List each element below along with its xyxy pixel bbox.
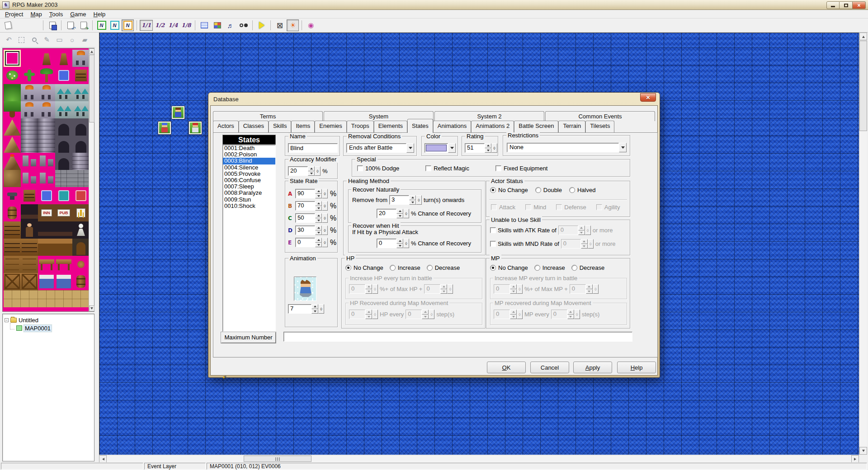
map-event-hero[interactable] [172, 106, 184, 119]
palette-scroll-thumb[interactable] [89, 55, 94, 122]
tab[interactable]: System 2 [434, 111, 544, 121]
palette-tile[interactable] [21, 153, 38, 170]
palette-tile[interactable] [72, 221, 90, 239]
palette-tile[interactable] [55, 273, 72, 290]
palette-tile[interactable] [4, 221, 21, 239]
menu-item[interactable]: Project [1, 10, 27, 18]
palette-tile[interactable] [38, 84, 55, 101]
palette-tile[interactable] [21, 136, 38, 153]
zoom-level-button[interactable]: 1/8 [180, 20, 192, 31]
palette-tile[interactable] [38, 67, 55, 84]
tab[interactable]: Troops [347, 121, 374, 132]
palette-tile[interactable] [21, 84, 38, 101]
close-button[interactable]: × [853, 1, 866, 9]
rate-spinner[interactable]: 90 [295, 189, 328, 198]
palette-tile[interactable] [72, 118, 90, 136]
palette-tile[interactable] [55, 50, 72, 67]
palette-tile[interactable] [72, 153, 90, 170]
state-list-item[interactable]: 0005:Provoke [223, 171, 275, 177]
state-list-item[interactable]: 0010:Shock [223, 203, 275, 209]
palette-tile[interactable] [72, 239, 90, 256]
rate-spinner[interactable]: 70 [295, 201, 328, 211]
redo-icon[interactable] [77, 19, 90, 31]
palette-tile[interactable] [72, 187, 90, 204]
palette-tile[interactable] [72, 256, 90, 273]
palette-tile[interactable] [72, 136, 90, 153]
color-select[interactable] [425, 143, 456, 153]
palette-tile[interactable] [55, 170, 72, 187]
palette-tile[interactable] [4, 67, 21, 84]
palette-tile[interactable] [21, 67, 38, 84]
palette-tile[interactable] [38, 221, 55, 239]
palette-tile[interactable] [4, 101, 21, 118]
actor-status-radio[interactable]: No Change [490, 187, 528, 193]
menu-item[interactable]: Game [66, 10, 90, 18]
palette-tile[interactable] [72, 290, 90, 307]
fill-tool-icon[interactable]: ▰ [79, 34, 90, 45]
palette-tile[interactable] [72, 50, 90, 67]
tab[interactable]: Animations 2 [471, 121, 514, 132]
palette-tile[interactable] [72, 204, 90, 221]
palette-tile[interactable] [21, 101, 38, 118]
tab[interactable]: Common Events [545, 111, 655, 121]
actor-status-radio[interactable]: Double [535, 187, 562, 193]
palette-tile[interactable] [4, 170, 21, 187]
scroll-left-icon[interactable] [99, 455, 107, 463]
palette-tile[interactable] [21, 256, 38, 273]
palette-tile[interactable]: INN [38, 204, 55, 221]
palette-tile[interactable] [38, 153, 55, 170]
tab[interactable]: Elements [374, 121, 407, 132]
palette-tile[interactable]: PUB [55, 204, 72, 221]
rectangle-tool-icon[interactable]: ▭ [54, 34, 65, 45]
menu-item[interactable]: Map [27, 10, 45, 18]
palette-tile[interactable] [21, 273, 38, 290]
zoom-tool-icon[interactable] [28, 34, 40, 45]
palette-scrollbar[interactable] [89, 48, 94, 311]
rating-spinner[interactable]: 51 [465, 143, 497, 153]
palette-tile[interactable] [72, 101, 90, 118]
pen-tool-icon[interactable]: ✎ [41, 34, 52, 45]
tab[interactable]: Animations [433, 121, 471, 132]
tab[interactable]: Enemies [315, 121, 347, 132]
dialog-close-button[interactable]: ✕ [640, 93, 656, 102]
chevron-down-icon[interactable] [448, 143, 456, 153]
palette-tile[interactable] [38, 256, 55, 273]
layer-lower-icon[interactable] [95, 19, 108, 31]
tree-item-project[interactable]: − Untitled [4, 316, 93, 324]
palette-tile[interactable] [21, 118, 38, 136]
hit-recovery-chance-spinner[interactable]: 0 [377, 239, 409, 248]
fullscreen-icon[interactable] [274, 19, 286, 31]
state-list-item[interactable]: 0006:Confuse [223, 177, 275, 183]
removal-conditions-select[interactable]: Ends after Battle [346, 143, 414, 153]
palette-tile[interactable] [72, 170, 90, 187]
palette-tile[interactable] [55, 256, 72, 273]
scroll-down-icon[interactable] [89, 306, 94, 311]
scroll-down-icon[interactable] [859, 447, 867, 455]
new-project-icon[interactable] [2, 19, 14, 31]
palette-tile[interactable] [4, 256, 21, 273]
map-vertical-scrollbar[interactable] [859, 33, 867, 455]
special-checkbox[interactable]: 100% Dodge [357, 165, 399, 172]
restrictions-select[interactable]: None [507, 143, 627, 152]
state-list-item[interactable]: 0001:Death [223, 145, 275, 151]
palette-tile[interactable] [72, 84, 90, 101]
palette-tile[interactable] [38, 101, 55, 118]
map-vscroll-thumb[interactable] [859, 41, 867, 131]
state-list-item[interactable]: 0009:Stun [223, 197, 275, 203]
special-checkbox[interactable]: Reflect Magic [425, 165, 469, 172]
close-project-icon[interactable] [28, 19, 40, 31]
tab[interactable]: Items [291, 121, 315, 132]
palette-tile[interactable] [21, 239, 38, 256]
layer-upper-icon[interactable] [108, 19, 121, 31]
tab[interactable]: Terrain [558, 121, 585, 132]
palette-tile[interactable] [55, 187, 72, 204]
state-list-item[interactable]: 0003:Blind [223, 158, 275, 164]
palette-tile[interactable] [38, 187, 55, 204]
palette-tile[interactable] [38, 50, 55, 67]
zoom-level-button[interactable]: 1/4 [167, 20, 179, 31]
palette-tile[interactable] [4, 50, 21, 67]
scroll-up-icon[interactable] [89, 48, 94, 54]
palette-tile[interactable] [4, 290, 21, 307]
palette-tile[interactable] [21, 221, 38, 239]
tab[interactable]: Actors [213, 121, 239, 132]
